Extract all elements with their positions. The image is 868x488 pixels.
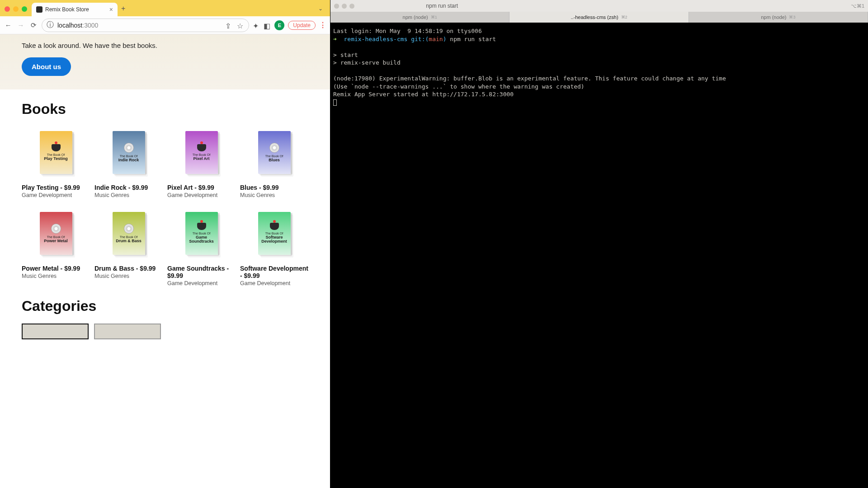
disc-icon	[124, 224, 134, 234]
browser-toolbar: ← → ⟳ ⓘ localhost:3000 ⇪ ☆ ✦ ◧ E Update …	[0, 16, 330, 34]
terminal-tab-label: npm (node)	[403, 14, 428, 20]
books-heading: Books	[22, 101, 308, 117]
tab-list-caret-icon[interactable]: ⌄	[318, 5, 323, 12]
joystick-icon	[197, 144, 206, 151]
terminal-title: npm run start	[426, 3, 458, 9]
terminal-tab-shortcut: ⌘1	[431, 15, 437, 19]
close-window-icon[interactable]	[5, 6, 10, 12]
page-content[interactable]: Take a look around. We have the best boo…	[0, 34, 330, 488]
book-card[interactable]: The Book OfPixel ArtPixel Art - $9.99Gam…	[167, 127, 236, 198]
forward-button[interactable]: →	[16, 21, 25, 30]
bookmark-icon[interactable]: ☆	[237, 22, 244, 29]
terminal-tab[interactable]: ..-headless-cms (zsh)⌘2	[509, 12, 689, 23]
book-category: Game Development	[167, 280, 236, 286]
book-title: Power Metal - $9.99	[22, 265, 90, 272]
hero-section: Take a look around. We have the best boo…	[0, 34, 330, 89]
joystick-icon	[197, 223, 206, 230]
tab-strip: Remix Book Store × + ⌄	[0, 0, 330, 16]
url-text: localhost:3000	[57, 22, 98, 29]
term-min-icon[interactable]	[342, 4, 347, 9]
category-card[interactable]	[94, 324, 161, 339]
terminal-titlebar-shortcut: ⌥⌘1	[851, 3, 864, 9]
line-start: > start	[333, 52, 358, 58]
terminal-tab[interactable]: npm (node)⌘1	[330, 12, 509, 23]
book-cover-wrap: The Book OfPlay Testing	[22, 127, 90, 178]
address-bar[interactable]: ⓘ localhost:3000 ⇪ ☆	[42, 19, 249, 32]
categories-section: Categories	[0, 298, 330, 351]
cover-name: Pixel Art	[193, 157, 209, 161]
book-cover: The Book OfPlay Testing	[40, 131, 72, 174]
prompt-git-label: git:(	[411, 36, 429, 42]
profile-avatar[interactable]: E	[274, 20, 284, 30]
about-us-button[interactable]: About us	[22, 57, 71, 76]
term-close-icon[interactable]	[334, 4, 339, 9]
terminal-tab-shortcut: ⌘2	[621, 15, 627, 19]
kebab-menu-icon[interactable]: ⋮	[319, 21, 326, 29]
back-button[interactable]: ←	[4, 21, 13, 30]
category-card[interactable]	[22, 324, 89, 339]
cover-name: Power Metal	[44, 239, 68, 243]
book-cover: The Book OfIndie Rock	[113, 131, 145, 174]
browser-tab-active[interactable]: Remix Book Store ×	[32, 3, 118, 16]
cover-name: Software Development	[258, 235, 291, 244]
reload-button[interactable]: ⟳	[29, 21, 38, 30]
disc-icon	[269, 143, 279, 153]
book-cover: The Book OfGame Soundtracks	[185, 212, 218, 255]
book-card[interactable]: The Book OfBluesBlues - $9.99Music Genre…	[240, 127, 308, 198]
terminal-tab-label: npm (node)	[761, 14, 786, 20]
close-tab-icon[interactable]: ×	[109, 6, 113, 13]
prompt-arrow: ➜	[333, 36, 344, 42]
line-trace: (Use `node --trace-warnings ...` to show…	[333, 83, 585, 90]
line-warn: (node:17980) ExperimentalWarning: buffer…	[333, 75, 726, 82]
book-category: Game Development	[22, 192, 90, 198]
terminal-cursor	[333, 99, 337, 106]
line-serve: > remix-serve build	[333, 59, 401, 66]
prompt-dir: remix-headless-cms	[344, 36, 407, 42]
sidepanel-icon[interactable]: ◧	[264, 22, 271, 29]
book-cover-wrap: The Book OfSoftware Development	[240, 207, 308, 259]
new-tab-button[interactable]: +	[121, 5, 125, 13]
cover-name: Drum & Bass	[116, 239, 142, 243]
minimize-window-icon[interactable]	[13, 6, 19, 12]
book-cover: The Book OfDrum & Bass	[113, 212, 145, 255]
book-cover-wrap: The Book OfDrum & Bass	[94, 207, 163, 259]
book-title: Drum & Bass - $9.99	[94, 265, 163, 272]
cover-name: Blues	[269, 158, 280, 162]
book-card[interactable]: The Book OfGame SoundtracksGame Soundtra…	[167, 207, 236, 286]
book-card[interactable]: The Book OfIndie RockIndie Rock - $9.99M…	[94, 127, 163, 198]
cover-name: Play Testing	[44, 157, 67, 161]
share-icon[interactable]: ⇪	[225, 22, 232, 29]
book-category: Music Genres	[94, 192, 163, 198]
book-card[interactable]: The Book OfPlay TestingPlay Testing - $9…	[22, 127, 90, 198]
site-info-icon[interactable]: ⓘ	[47, 20, 54, 30]
terminal-tabs: npm (node)⌘1..-headless-cms (zsh)⌘2npm (…	[330, 12, 868, 23]
term-max-icon[interactable]	[349, 4, 354, 9]
terminal-tab-label: ..-headless-cms (zsh)	[571, 14, 618, 20]
book-category: Music Genres	[94, 273, 163, 279]
book-category: Game Development	[240, 280, 308, 286]
book-card[interactable]: The Book OfPower MetalPower Metal - $9.9…	[22, 207, 90, 286]
book-title: Blues - $9.99	[240, 184, 308, 191]
book-cover-wrap: The Book OfGame Soundtracks	[167, 207, 236, 259]
disc-icon	[51, 224, 61, 234]
terminal-tab[interactable]: npm (node)⌘3	[689, 12, 868, 23]
book-category: Music Genres	[240, 192, 308, 198]
book-cover: The Book OfPixel Art	[185, 131, 218, 174]
extensions-icon[interactable]: ✦	[253, 22, 260, 29]
joystick-icon	[270, 223, 279, 230]
books-section: Books The Book OfPlay TestingPlay Testin…	[0, 89, 330, 298]
book-title: Indie Rock - $9.99	[94, 184, 163, 191]
maximize-window-icon[interactable]	[22, 6, 27, 12]
book-cover-wrap: The Book OfPower Metal	[22, 207, 90, 259]
book-card[interactable]: The Book OfSoftware DevelopmentSoftware …	[240, 207, 308, 286]
terminal-window: npm run start ⌥⌘1 npm (node)⌘1..-headles…	[330, 0, 868, 488]
book-cover: The Book OfBlues	[258, 131, 291, 174]
favicon-icon	[36, 6, 42, 13]
update-button[interactable]: Update	[288, 21, 316, 30]
book-category: Game Development	[167, 192, 236, 198]
book-card[interactable]: The Book OfDrum & BassDrum & Bass - $9.9…	[94, 207, 163, 286]
book-title: Game Soundtracks - $9.99	[167, 265, 236, 279]
terminal-body[interactable]: Last login: Mon May 9 14:58:19 on ttys00…	[330, 23, 868, 488]
cover-name: Game Soundtracks	[185, 235, 218, 244]
book-title: Play Testing - $9.99	[22, 184, 90, 191]
